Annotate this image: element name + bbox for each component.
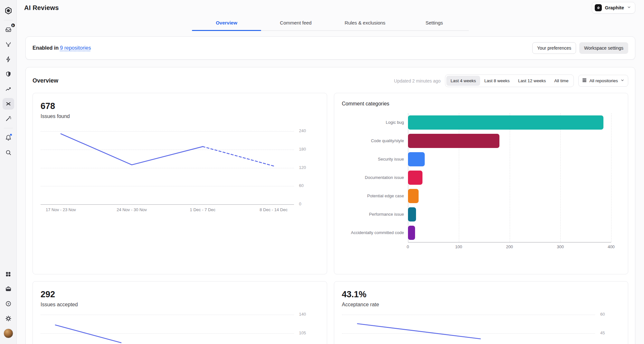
enabled-prefix: Enabled in <box>33 45 59 51</box>
sidebar-item-search[interactable] <box>3 147 14 158</box>
shield-icon <box>5 71 12 77</box>
app-root: 9 <box>0 0 644 344</box>
workspace-switcher[interactable]: Graphite <box>592 2 635 14</box>
repositories-link[interactable]: 9 repositories <box>60 45 91 51</box>
workspace-name: Graphite <box>605 5 624 10</box>
overview-heading: Overview <box>33 77 58 84</box>
issues-found-card: 678 Issues found 24018012060017 Nov - 23… <box>33 93 327 274</box>
range-last-8-weeks[interactable]: Last 8 weeks <box>480 76 514 86</box>
inbox-badge: 9 <box>11 23 15 28</box>
enabled-banner: Enabled in 9 repositories Your preferenc… <box>25 36 635 60</box>
sidebar-item-settings[interactable] <box>3 313 14 324</box>
grid-icon <box>5 271 11 277</box>
zap-icon <box>5 56 12 63</box>
page-title: AI Reviews <box>24 4 59 12</box>
workspace-settings-button[interactable]: Workspace settings <box>579 42 628 54</box>
your-preferences-button[interactable]: Your preferences <box>532 42 576 54</box>
overview-panel: Overview Updated 2 minutes ago Last 4 we… <box>25 67 635 344</box>
chevron-down-icon <box>627 5 631 10</box>
inbox-icon <box>5 26 12 33</box>
search-icon <box>5 149 12 156</box>
banner-actions: Your preferences Workspace settings <box>532 42 628 54</box>
overview-controls: Updated 2 minutes ago Last 4 weeks Last … <box>394 74 628 87</box>
sidebar-item-inbox[interactable]: 9 <box>3 24 14 35</box>
graphite-logo[interactable] <box>3 5 14 16</box>
acceptance-rate-card: 43.1% Acceptance rate 6045 <box>334 281 629 344</box>
magic-wand-icon <box>5 115 12 122</box>
ai-reviews-icon <box>5 101 12 107</box>
issues-accepted-value: 292 <box>41 289 319 300</box>
issues-accepted-card: 292 Issues accepted 140105 <box>33 281 327 344</box>
comment-categories-chart: Logic bugCode quality/styleSecurity issu… <box>342 113 620 251</box>
issues-accepted-chart: 140105 <box>41 312 319 344</box>
sidebar-item-profile[interactable] <box>3 328 14 339</box>
metrics-grid: 678 Issues found 24018012060017 Nov - 23… <box>33 93 628 344</box>
sidebar-item-ai-reviews[interactable] <box>3 98 14 110</box>
sidebar-divider <box>4 128 13 128</box>
sidebar-item-automations[interactable] <box>3 54 14 65</box>
chevron-down-icon <box>620 78 624 83</box>
overview-header: Overview Updated 2 minutes ago Last 4 we… <box>33 74 628 87</box>
time-range-selector: Last 4 weeks Last 8 weeks Last 12 weeks … <box>445 74 574 87</box>
tab-rules-exclusions[interactable]: Rules & exclusions <box>330 16 400 30</box>
issues-found-label: Issues found <box>41 113 319 119</box>
acceptance-rate-chart: 6045 <box>342 312 620 344</box>
user-avatar <box>4 329 13 338</box>
sidebar-item-workspace[interactable] <box>3 283 14 295</box>
sidebar-item-apps[interactable] <box>3 268 14 280</box>
tab-settings[interactable]: Settings <box>400 16 469 30</box>
trend-chart-icon <box>5 86 12 92</box>
comment-categories-card: Comment categories Logic bugCode quality… <box>334 93 629 274</box>
sidebar-item-merge-queue[interactable] <box>3 39 14 50</box>
sidebar-item-notifications[interactable] <box>3 132 14 143</box>
range-last-4-weeks[interactable]: Last 4 weeks <box>446 76 480 86</box>
enabled-text: Enabled in 9 repositories <box>33 45 91 51</box>
sidebar-item-protections[interactable] <box>3 68 14 80</box>
tab-overview[interactable]: Overview <box>192 16 261 30</box>
updated-timestamp: Updated 2 minutes ago <box>394 78 441 84</box>
tab-bar: Overview Comment feed Rules & exclusions… <box>17 16 644 31</box>
merge-queue-icon <box>5 41 12 48</box>
sidebar: 9 <box>0 0 17 344</box>
comment-categories-title: Comment categories <box>342 101 620 107</box>
topbar: AI Reviews Graphite <box>17 0 644 15</box>
range-last-12-weeks[interactable]: Last 12 weeks <box>514 76 550 86</box>
svg-text:?: ? <box>7 302 9 306</box>
graphite-mark-icon <box>595 4 602 11</box>
graphite-logo-icon <box>4 6 13 15</box>
tab-comment-feed[interactable]: Comment feed <box>261 16 330 30</box>
acceptance-rate-label: Acceptance rate <box>342 302 620 308</box>
help-icon: ? <box>5 300 12 307</box>
briefcase-icon <box>5 286 12 292</box>
sidebar-item-assistant[interactable] <box>3 113 14 124</box>
sidebar-divider <box>4 20 13 20</box>
main-content: AI Reviews Graphite Overview Comment fee… <box>17 0 644 344</box>
issues-accepted-label: Issues accepted <box>41 302 319 308</box>
repo-filter-label: All repositories <box>589 78 618 83</box>
acceptance-rate-value: 43.1% <box>342 289 620 300</box>
sidebar-item-insights[interactable] <box>3 83 14 95</box>
sidebar-item-help[interactable]: ? <box>3 298 14 310</box>
gear-icon <box>5 315 12 322</box>
repository-filter-dropdown[interactable]: All repositories <box>578 75 628 87</box>
range-all-time[interactable]: All time <box>550 76 573 86</box>
issues-found-chart: 24018012060017 Nov - 23 Nov24 Nov - 30 N… <box>41 128 319 213</box>
notification-dot <box>10 133 12 136</box>
repo-list-icon <box>582 78 587 84</box>
issues-found-value: 678 <box>41 101 319 111</box>
